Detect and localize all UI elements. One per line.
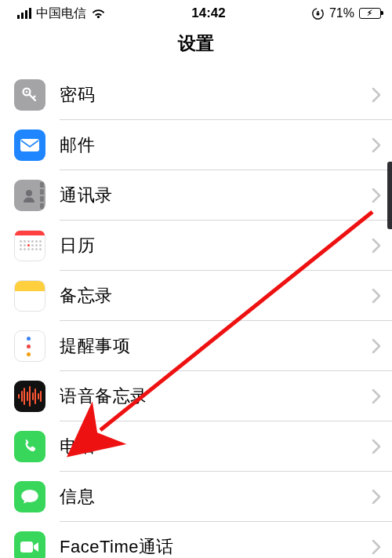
carrier-label: 中国电信 [36, 5, 86, 22]
row-label: 邮件 [60, 133, 372, 157]
row-label: 电话 [60, 435, 372, 458]
row-messages[interactable]: 信息 [0, 472, 392, 522]
svg-point-5 [26, 190, 32, 196]
row-label: 日历 [60, 234, 372, 257]
key-icon [14, 79, 45, 111]
contacts-icon [14, 180, 45, 211]
chevron-right-icon [372, 489, 381, 505]
row-label: 信息 [60, 485, 372, 509]
row-voice-memos[interactable]: 语音备忘录 [0, 371, 392, 421]
row-passwords[interactable]: 密码 [0, 70, 392, 120]
row-label: 语音备忘录 [60, 385, 372, 408]
row-calendar[interactable]: 日历 [0, 221, 392, 271]
svg-rect-1 [317, 13, 320, 15]
reminders-icon [14, 330, 45, 362]
voice-memos-icon [14, 381, 45, 412]
row-mail[interactable]: 邮件 [0, 120, 392, 170]
row-reminders[interactable]: 提醒事项 [0, 321, 392, 371]
row-phone[interactable]: 电话 [0, 421, 392, 472]
chevron-right-icon [372, 288, 381, 304]
chevron-right-icon [372, 539, 381, 555]
row-label: 密码 [60, 83, 372, 107]
wifi-icon [91, 8, 106, 19]
row-label: 备忘录 [60, 284, 372, 308]
chevron-right-icon [372, 137, 381, 153]
chevron-right-icon [372, 238, 381, 253]
page-title: 设置 [0, 31, 392, 56]
signal-icon [17, 8, 31, 19]
mail-icon [14, 129, 45, 161]
status-bar: 中国电信 14:42 71% ⚡︎ [0, 0, 392, 27]
chevron-right-icon [372, 188, 381, 203]
status-time: 14:42 [191, 5, 225, 21]
status-right: 71% ⚡︎ [311, 6, 381, 20]
row-contacts[interactable]: 通讯录 [0, 170, 392, 221]
scroll-indicator [387, 162, 392, 229]
row-label: 通讯录 [60, 184, 372, 207]
chevron-right-icon [372, 87, 381, 103]
battery-icon: ⚡︎ [359, 8, 381, 19]
chevron-right-icon [372, 439, 381, 454]
nav-header: 设置 [0, 27, 392, 70]
row-label: FaceTime通话 [60, 535, 372, 558]
chevron-right-icon [372, 338, 381, 354]
phone-icon [14, 431, 45, 462]
settings-list: 密码 邮件 通讯录 日历 [0, 70, 392, 558]
calendar-icon [14, 230, 45, 261]
status-left: 中国电信 [17, 5, 106, 22]
row-label: 提醒事项 [60, 334, 372, 358]
svg-point-3 [26, 91, 28, 93]
messages-icon [14, 481, 45, 512]
notes-icon [14, 280, 45, 312]
battery-percent: 71% [329, 6, 354, 20]
svg-rect-4 [20, 139, 39, 151]
svg-rect-6 [20, 542, 33, 553]
chevron-right-icon [372, 388, 381, 404]
facetime-icon [14, 531, 45, 558]
row-facetime[interactable]: FaceTime通话 [0, 522, 392, 558]
row-notes[interactable]: 备忘录 [0, 271, 392, 321]
orientation-lock-icon [311, 7, 325, 20]
